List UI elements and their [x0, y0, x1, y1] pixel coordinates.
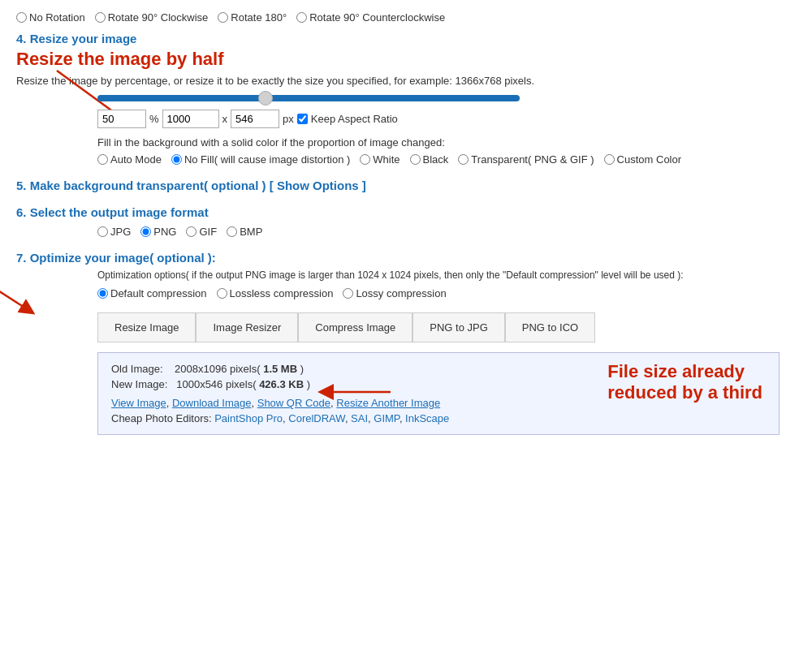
fill-black[interactable]: Black: [410, 153, 449, 166]
compression-default[interactable]: Default compression: [97, 287, 207, 299]
resize-another-link[interactable]: Resize Another Image: [336, 397, 440, 409]
old-image-end: ): [300, 363, 304, 375]
inkscape-link[interactable]: InkScape: [405, 412, 449, 424]
section4-number-label: 4. Resize your image: [16, 32, 796, 45]
rotation-options-row: No Rotation Rotate 90° Clockwise Rotate …: [16, 8, 796, 32]
old-image-dims: 2008x1096 pixels(: [175, 363, 263, 375]
fill-custom-color[interactable]: Custom Color: [604, 153, 681, 166]
fill-auto-mode[interactable]: Auto Mode: [97, 153, 162, 166]
keep-aspect-ratio-label[interactable]: Keep Aspect Ratio: [297, 113, 398, 125]
percent-sign: %: [149, 113, 159, 125]
resize-slider-track[interactable]: [97, 95, 520, 101]
new-image-end: ): [307, 378, 310, 390]
rotation-90cw[interactable]: Rotate 90° Clockwise: [95, 11, 209, 24]
png-to-jpg-button[interactable]: PNG to JPG: [412, 312, 505, 342]
show-qr-code-link[interactable]: Show QR Code: [257, 397, 330, 409]
format-png[interactable]: PNG: [140, 226, 176, 238]
resize-input-row: % x px Keep Aspect Ratio: [16, 110, 796, 128]
result-box: File size alreadyreduced by a third Old …: [97, 352, 780, 435]
new-image-size: 426.3 KB: [259, 378, 304, 390]
width-input[interactable]: [162, 110, 219, 128]
rotation-no-rotation[interactable]: No Rotation: [16, 11, 85, 24]
keep-aspect-ratio-checkbox[interactable]: [297, 114, 308, 124]
percentage-input[interactable]: [97, 110, 146, 128]
action-buttons-row: Resize Image Image Resizer Compress Imag…: [16, 312, 796, 342]
rotation-90ccw[interactable]: Rotate 90° Counterclockwise: [296, 11, 445, 24]
section4-desc: Resize the image by percentage, or resiz…: [16, 75, 796, 87]
old-image-size: 1.5 MB: [263, 363, 297, 375]
download-image-link[interactable]: Download Image: [172, 397, 252, 409]
fill-white[interactable]: White: [360, 153, 400, 166]
file-size-annotation: File size alreadyreduced by a third: [607, 361, 762, 404]
fill-label: Fill in the background with a solid colo…: [16, 136, 796, 149]
compression-lossy[interactable]: Lossy compression: [343, 287, 446, 299]
fill-options-group: Auto Mode No Fill( will cause image dist…: [16, 153, 796, 166]
px-label: px: [283, 113, 294, 125]
section7-title: 7. Optimize your image( optional ):: [16, 251, 796, 265]
format-gif[interactable]: GIF: [186, 226, 217, 238]
height-input[interactable]: [231, 110, 279, 128]
cheap-editors-row: Cheap Photo Editors: PaintShop Pro, Core…: [111, 412, 766, 424]
resize-slider-thumb[interactable]: [258, 91, 273, 106]
optimization-note: Optimization options( if the output PNG …: [16, 269, 796, 281]
section7-optimize: 7. Optimize your image( optional ): Opti…: [16, 251, 796, 299]
sai-link[interactable]: SAI: [351, 412, 368, 424]
old-image-label: Old Image:: [111, 363, 171, 375]
compression-lossless[interactable]: Lossless compression: [217, 287, 334, 299]
rotation-180[interactable]: Rotate 180°: [218, 11, 287, 24]
compress-image-button[interactable]: Compress Image: [298, 312, 412, 342]
dimension-x: x: [222, 113, 228, 125]
format-bmp[interactable]: BMP: [227, 226, 262, 238]
gimp-link[interactable]: GIMP: [374, 412, 400, 424]
png-to-ico-button[interactable]: PNG to ICO: [505, 312, 595, 342]
new-image-label: New Image:: [111, 378, 174, 390]
section5-title[interactable]: 5. Make background transparent( optional…: [16, 179, 796, 192]
main-content: No Rotation Rotate 90° Clockwise Rotate …: [0, 0, 812, 451]
format-options-group: JPG PNG GIF BMP: [16, 226, 796, 238]
page-wrapper: No Rotation Rotate 90° Clockwise Rotate …: [0, 0, 812, 646]
fill-no-fill[interactable]: No Fill( will cause image distortion ): [171, 153, 350, 166]
new-image-dims: 1000x546 pixels(: [176, 378, 259, 390]
view-image-link[interactable]: View Image: [111, 397, 166, 409]
fill-transparent[interactable]: Transparent( PNG & GIF ): [458, 153, 594, 166]
cheap-editors-label: Cheap Photo Editors:: [111, 412, 214, 424]
compression-options-group: Default compression Lossless compression…: [16, 287, 796, 299]
image-resizer-button[interactable]: Image Resizer: [196, 312, 298, 342]
section6-title: 6. Select the output image format: [16, 205, 796, 219]
show-options-link[interactable]: Show Options: [277, 179, 359, 192]
coreldraw-link[interactable]: CorelDRAW: [288, 412, 345, 424]
section5-transparent: 5. Make background transparent( optional…: [16, 179, 796, 192]
section6-format: 6. Select the output image format JPG PN…: [16, 205, 796, 238]
section4-main-title: Resize the image by half: [16, 49, 796, 70]
section4-resize: 4. Resize your image Resize the image by…: [16, 32, 796, 166]
resize-slider-container: [16, 95, 796, 101]
resize-image-button[interactable]: Resize Image: [97, 312, 196, 342]
format-jpg[interactable]: JPG: [97, 226, 131, 238]
paintshop-link[interactable]: PaintShop Pro: [214, 412, 283, 424]
